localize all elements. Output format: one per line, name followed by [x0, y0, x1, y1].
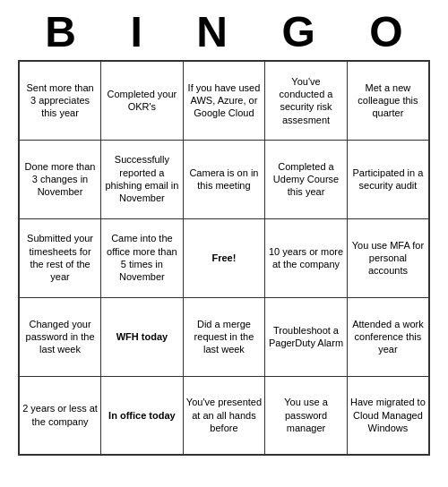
cell-r4-c2[interactable]: You've presented at an all hands before	[183, 376, 264, 455]
cell-r3-c1[interactable]: WFH today	[101, 297, 184, 376]
cell-r4-c3[interactable]: You use a password manager	[265, 376, 348, 455]
cell-r1-c1[interactable]: Successfully reported a phishing email i…	[101, 140, 184, 218]
cell-r2-c4[interactable]: You use MFA for personal accounts	[347, 218, 429, 297]
cell-r2-c1[interactable]: Came into the office more than 5 times i…	[101, 218, 184, 297]
letter-n: N	[196, 7, 228, 56]
bingo-grid: Sent more than 3 appreciates this yearCo…	[18, 60, 430, 456]
cell-r1-c0[interactable]: Done more than 3 changes in November	[19, 140, 101, 218]
letter-i: I	[130, 7, 142, 56]
cell-r0-c1[interactable]: Completed your OKR's	[101, 61, 184, 140]
letter-b: B	[45, 7, 76, 56]
cell-r2-c3[interactable]: 10 years or more at the company	[265, 218, 348, 297]
cell-r3-c2[interactable]: Did a merge request in the last week	[183, 297, 264, 376]
cell-r4-c0[interactable]: 2 years or less at the company	[19, 376, 101, 455]
bingo-title: B I N G O	[18, 0, 430, 60]
letter-o: O	[369, 7, 402, 56]
cell-r2-c2[interactable]: Free!	[183, 218, 264, 297]
cell-r0-c2[interactable]: If you have used AWS, Azure, or Google C…	[183, 61, 264, 140]
cell-r2-c0[interactable]: Submitted your timesheets for the rest o…	[19, 218, 101, 297]
cell-r3-c4[interactable]: Attended a work conference this year	[347, 297, 429, 376]
cell-r0-c4[interactable]: Met a new colleague this quarter	[347, 61, 429, 140]
cell-r3-c3[interactable]: Troubleshoot a PagerDuty Alarm	[265, 297, 348, 376]
cell-r3-c0[interactable]: Changed your password in the last week	[19, 297, 101, 376]
cell-r1-c2[interactable]: Camera is on in this meeting	[183, 140, 264, 218]
cell-r4-c4[interactable]: Have migrated to Cloud Managed Windows	[347, 376, 429, 455]
cell-r0-c0[interactable]: Sent more than 3 appreciates this year	[19, 61, 101, 140]
cell-r0-c3[interactable]: You've conducted a security risk assesme…	[265, 61, 348, 140]
cell-r1-c3[interactable]: Completed a Udemy Course this year	[265, 140, 348, 218]
letter-g: G	[281, 7, 314, 56]
cell-r1-c4[interactable]: Participated in a security audit	[347, 140, 429, 218]
cell-r4-c1[interactable]: In office today	[101, 376, 184, 455]
